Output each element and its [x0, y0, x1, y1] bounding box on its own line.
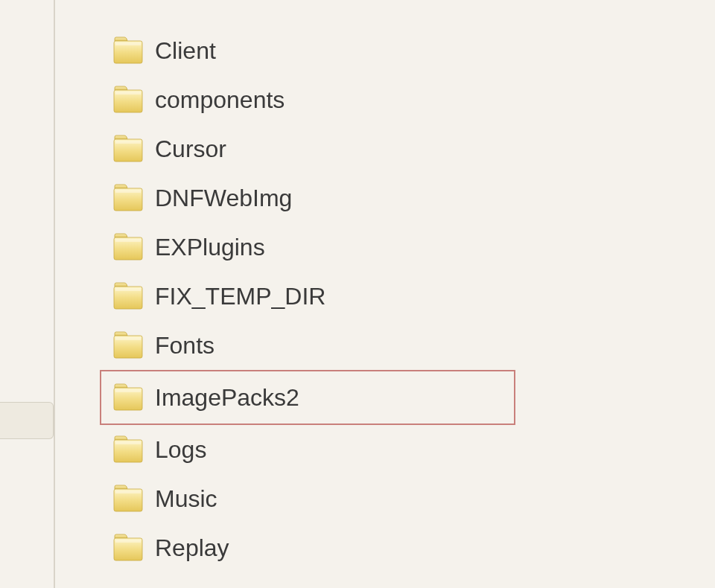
svg-rect-17	[115, 441, 141, 444]
folder-icon	[113, 233, 143, 261]
sidebar-divider	[54, 0, 55, 588]
svg-rect-9	[115, 239, 141, 242]
folder-item-logs[interactable]: Logs	[104, 425, 670, 474]
folder-label: Fonts	[155, 332, 214, 359]
svg-rect-5	[115, 141, 141, 144]
folder-label: Client	[155, 37, 216, 65]
folder-icon	[113, 383, 143, 412]
folder-item-fonts[interactable]: Fonts	[104, 321, 670, 370]
folder-icon	[113, 435, 143, 464]
folder-label: EXPlugins	[155, 234, 265, 261]
folder-item-cursor[interactable]: Cursor	[104, 124, 670, 173]
svg-rect-1	[115, 42, 141, 45]
folder-icon	[113, 331, 143, 359]
folder-item-replay[interactable]: Replay	[104, 523, 670, 572]
folder-label: Replay	[155, 534, 229, 562]
folder-item-client[interactable]: Client	[104, 26, 670, 75]
folder-label: components	[155, 86, 285, 114]
svg-rect-19	[115, 490, 141, 493]
folder-icon	[113, 534, 143, 562]
folder-icon	[113, 135, 143, 163]
folder-icon	[113, 282, 143, 310]
svg-rect-11	[115, 288, 141, 291]
svg-rect-21	[115, 540, 141, 543]
file-list: Client components Cursor	[104, 26, 670, 572]
svg-rect-7	[115, 190, 141, 193]
folder-item-fix-temp-dir[interactable]: FIX_TEMP_DIR	[104, 272, 670, 321]
folder-icon	[113, 485, 143, 513]
svg-rect-13	[115, 337, 141, 340]
svg-rect-15	[115, 389, 141, 392]
folder-label: Logs	[155, 436, 206, 464]
folder-item-dnfwebimg[interactable]: DNFWebImg	[104, 173, 670, 223]
folder-item-explugins[interactable]: EXPlugins	[104, 223, 670, 272]
folder-icon	[113, 86, 143, 114]
folder-label: DNFWebImg	[155, 185, 292, 212]
folder-label: Cursor	[155, 135, 226, 163]
folder-item-imagepacks2[interactable]: ImagePacks2	[100, 370, 515, 425]
folder-item-music[interactable]: Music	[104, 474, 670, 523]
svg-rect-3	[115, 92, 141, 95]
folder-label: Music	[155, 485, 217, 513]
folder-icon	[113, 36, 143, 65]
sidebar-panel-stub	[0, 402, 54, 439]
folder-icon	[113, 184, 143, 212]
folder-item-components[interactable]: components	[104, 75, 670, 124]
folder-label: FIX_TEMP_DIR	[155, 283, 325, 310]
folder-label: ImagePacks2	[155, 384, 299, 412]
